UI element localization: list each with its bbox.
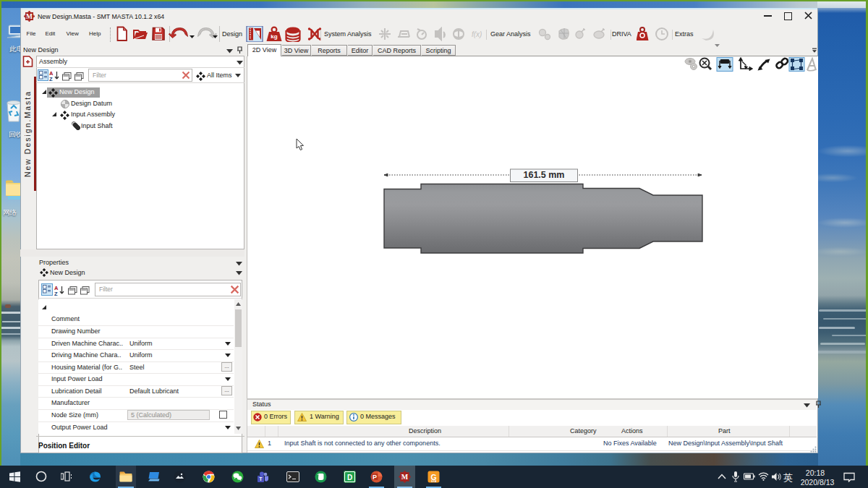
svg-text:PDF: PDF (432, 480, 436, 483)
svg-text:f(x): f(x) (472, 30, 482, 38)
svg-text:P: P (373, 474, 377, 481)
svg-text:Z: Z (49, 76, 53, 82)
svg-text:Z: Z (54, 291, 58, 296)
svg-text:M: M (26, 13, 33, 20)
svg-text:kg: kg (271, 33, 277, 40)
svg-text:161.5 mm: 161.5 mm (524, 170, 565, 180)
svg-text:D: D (347, 474, 352, 481)
svg-text:T: T (259, 476, 263, 481)
svg-text:M: M (401, 473, 409, 481)
